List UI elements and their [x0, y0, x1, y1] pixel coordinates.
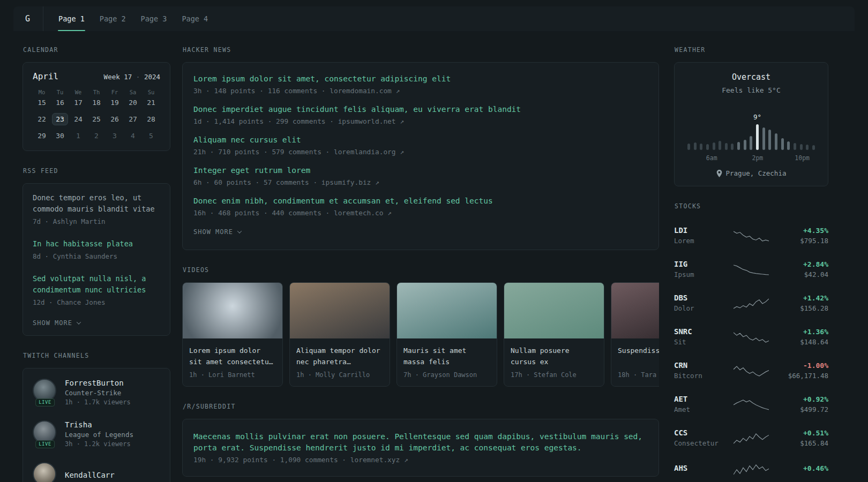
twitch-channel-row[interactable]: LIVETrishaLeague of Legends3h · 1.2k vie… — [33, 413, 160, 455]
videos-section-title: VIDEOS — [183, 266, 659, 274]
stock-row[interactable]: LDILorem+4.35%$795.18 — [674, 219, 828, 252]
calendar-day: 3 — [107, 130, 123, 142]
calendar-dow-label: Th — [87, 89, 106, 95]
rss-show-more-button[interactable]: SHOW MORE — [33, 313, 160, 334]
avatar — [33, 462, 56, 482]
weather-bar — [800, 144, 803, 150]
stock-symbol: CCS — [674, 428, 727, 437]
rss-item-title[interactable]: In hac habitasse platea — [33, 238, 160, 250]
weather-bar — [812, 145, 815, 150]
hackernews-item-title[interactable]: Aliquam nec cursus elit — [193, 134, 648, 146]
stock-row[interactable]: CCSConsectetur+0.51%$165.84 — [674, 421, 828, 455]
weather-bar — [768, 130, 771, 150]
twitch-channel-row[interactable]: LIVEKendallCarr — [33, 455, 160, 482]
tab-page-2[interactable]: Page 2 — [92, 6, 133, 31]
stock-sparkline — [734, 330, 769, 344]
stock-row[interactable]: IIGIpsum+2.84%$42.04 — [674, 252, 828, 286]
weather-current-temp: 9° — [753, 113, 761, 121]
rss-item-title[interactable]: Donec tempor eros leo, ut commodo mauris… — [33, 192, 160, 215]
weather-time-label: 10pm — [795, 154, 810, 162]
twitch-channel-meta: 1h · 1.7k viewers — [65, 398, 131, 406]
stock-price: $165.84 — [775, 439, 828, 447]
stock-row[interactable]: DBSDolor+1.42%$156.28 — [674, 286, 828, 320]
tab-page-4[interactable]: Page 4 — [174, 6, 215, 31]
video-card[interactable]: Nullam posuere cursus ex17h · Stefan Col… — [504, 282, 604, 387]
stocks-widget: STOCKS LDILorem+4.35%$795.18IIGIpsum+2.8… — [674, 202, 828, 482]
hackernews-item: Donec enim nibh, condimentum et accumsan… — [193, 191, 648, 222]
tab-page-1[interactable]: Page 1 — [51, 6, 92, 31]
stock-values: +1.36%$148.64 — [775, 328, 828, 346]
hackernews-item-title[interactable]: Donec enim nibh, condimentum et accumsan… — [193, 195, 648, 207]
hackernews-item-title[interactable]: Lorem ipsum dolor sit amet, consectetur … — [193, 73, 648, 85]
stock-row[interactable]: AHS+0.46% — [674, 455, 828, 482]
video-thumbnail — [290, 283, 390, 338]
stock-values: +0.92%$499.72 — [775, 395, 828, 413]
left-column: CALENDAR April Week 17 · 2024 MoTuWeThFr… — [23, 46, 170, 482]
tab-page-3[interactable]: Page 3 — [133, 6, 175, 31]
stock-price: $66,171.48 — [775, 372, 828, 380]
hackernews-item-title[interactable]: Integer eget rutrum lorem — [193, 165, 648, 176]
hackernews-item: Donec imperdiet augue tincidunt felis al… — [193, 100, 648, 130]
videos-row: Lorem ipsum dolor sit amet consectetu…1h… — [182, 282, 659, 387]
video-card[interactable]: Aliquam tempor dolor nec pharetra…1h · M… — [289, 282, 390, 387]
video-thumbnail — [611, 283, 659, 338]
stock-sparkline — [734, 229, 769, 243]
videos-widget: VIDEOS Lorem ipsum dolor sit amet consec… — [182, 266, 659, 387]
calendar-day: 28 — [143, 113, 159, 125]
hackernews-item-title[interactable]: Donec imperdiet augue tincidunt felis al… — [193, 104, 648, 115]
stock-symbol: AHS — [674, 464, 727, 472]
calendar-day: 17 — [70, 96, 86, 109]
rss-item: In hac habitasse platea8d · Cynthia Saun… — [33, 232, 160, 267]
calendar-day: 26 — [107, 113, 123, 125]
subreddit-post: Maecenas mollis pulvinar erat non posuer… — [193, 427, 648, 469]
video-meta: 18h · Tara Ramirez — [618, 371, 659, 379]
video-meta: 1h · Lori Barnett — [189, 371, 276, 379]
stock-sparkline — [734, 296, 769, 310]
video-thumbnail — [504, 283, 604, 338]
calendar-day: 1 — [70, 130, 86, 142]
video-title: Suspendisse diam — [618, 345, 659, 367]
location-pin-icon — [716, 170, 722, 177]
subreddit-post-title[interactable]: Maecenas mollis pulvinar erat non posuer… — [193, 431, 648, 454]
stock-row[interactable]: SNRCSit+1.36%$148.64 — [674, 320, 828, 353]
stock-change: +1.36% — [775, 328, 828, 336]
subreddit-widget: /R/SUBREDDIT Maecenas mollis pulvinar er… — [182, 403, 659, 477]
rss-item-meta: 12d · Chance Jones — [33, 298, 160, 306]
weather-bar — [719, 141, 721, 150]
stock-symbol: LDI — [674, 226, 727, 235]
stock-values: +2.84%$42.04 — [775, 260, 828, 278]
twitch-channel-name: Trisha — [65, 420, 133, 429]
hackernews-show-more-label: SHOW MORE — [193, 228, 233, 236]
hackernews-item-meta: 21h · 710 points · 579 comments · loreml… — [193, 148, 648, 156]
stock-change: +1.42% — [775, 294, 828, 302]
video-card[interactable]: Suspendisse diam18h · Tara Ramirez — [611, 282, 659, 387]
rss-item-meta: 7d · Ashlyn Martin — [33, 217, 160, 225]
stock-change: +0.92% — [775, 395, 828, 403]
calendar-days-grid: 1516171819202122232425262728293012345 — [33, 96, 160, 142]
rss-card: Donec tempor eros leo, ut commodo mauris… — [23, 183, 170, 336]
stock-sparkline — [734, 364, 769, 378]
rss-item-title[interactable]: Sed volutpat nulla nisl, a condimentum n… — [33, 273, 160, 296]
stock-price: $42.04 — [775, 270, 828, 278]
calendar-day: 27 — [125, 113, 141, 125]
stock-row[interactable]: CRNBitcorn-1.00%$66,171.48 — [674, 353, 828, 387]
stock-row[interactable]: AETAmet+0.92%$499.72 — [674, 387, 828, 421]
calendar-day-headers: MoTuWeThFrSaSu — [33, 89, 160, 96]
calendar-day: 21 — [143, 96, 159, 109]
app-logo: G — [25, 6, 43, 31]
weather-bar — [694, 142, 697, 150]
calendar-card: April Week 17 · 2024 MoTuWeThFrSaSu 1516… — [23, 62, 170, 151]
rss-item: Sed volutpat nulla nisl, a condimentum n… — [33, 267, 160, 313]
twitch-channel-game: League of Legends — [65, 431, 133, 439]
calendar-day: 22 — [34, 113, 50, 125]
calendar-dow-label: We — [69, 89, 87, 95]
video-card[interactable]: Mauris sit amet massa felis7h · Grayson … — [396, 282, 497, 387]
calendar-dow-label: Tu — [51, 89, 69, 95]
stock-sparkline — [734, 262, 769, 276]
video-card[interactable]: Lorem ipsum dolor sit amet consectetu…1h… — [182, 282, 283, 387]
calendar-day: 16 — [52, 96, 68, 109]
calendar-day: 5 — [143, 130, 159, 142]
hackernews-item-meta: 16h · 468 points · 440 comments · loremt… — [193, 209, 648, 217]
hackernews-show-more-button[interactable]: SHOW MORE — [193, 222, 648, 243]
twitch-channel-row[interactable]: LIVEForrestBurtonCounter-Strike1h · 1.7k… — [33, 372, 160, 413]
